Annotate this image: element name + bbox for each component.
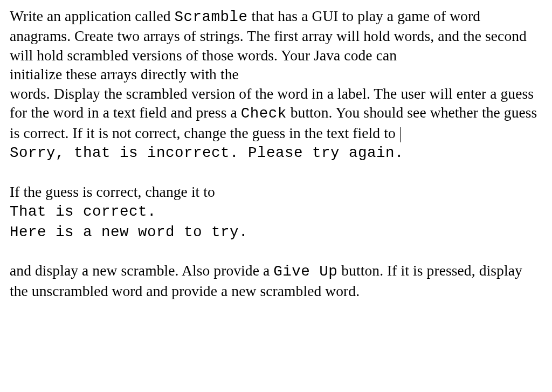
paragraph-2: If the guess is correct, change it to Th… [10,182,542,242]
text: initialize these arrays directly with th… [10,66,239,82]
code-giveup: Give Up [273,263,337,280]
text: and display a new scramble. Also provide… [10,262,273,279]
paragraph-1: Write an application called Scramble tha… [10,6,542,163]
code-incorrect-message: Sorry, that is incorrect. Please try aga… [10,145,404,161]
code-correct-message-1: That is correct. [10,203,156,220]
text-cursor-icon [400,127,401,142]
code-check: Check [241,105,287,122]
paragraph-3: and display a new scramble. Also provide… [10,261,542,300]
text: Write an application called [10,8,175,24]
code-scramble: Scramble [175,9,248,25]
text: If the guess is correct, change it to [10,183,215,200]
code-correct-message-2: Here is a new word to try. [10,224,248,240]
